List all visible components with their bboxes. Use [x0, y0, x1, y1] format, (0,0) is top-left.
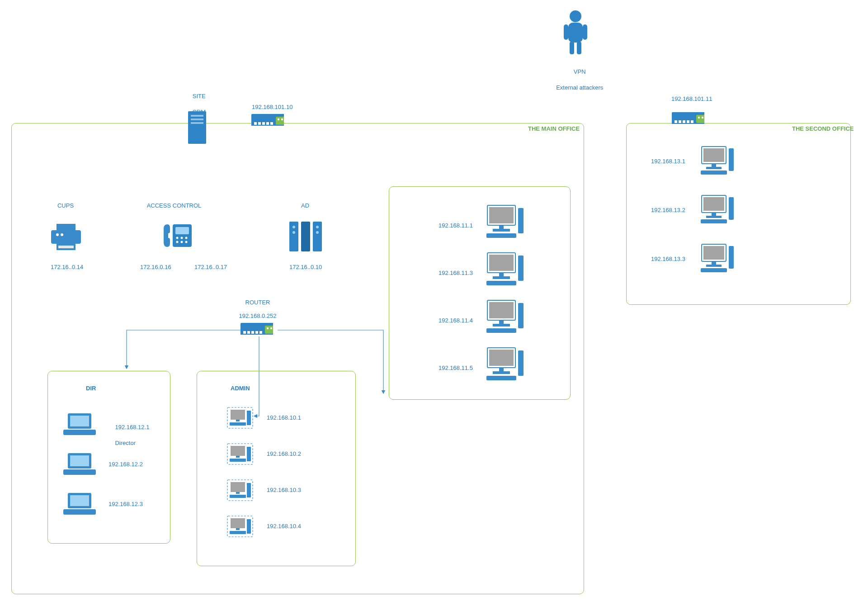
svg-rect-22: [58, 246, 74, 248]
svg-rect-57: [499, 273, 504, 276]
svg-rect-107: [691, 120, 693, 123]
ad-ip: 172.16..0.10: [289, 263, 322, 271]
svg-rect-34: [301, 222, 310, 251]
router-ip: 192.168.0.252: [235, 312, 280, 320]
cups-ip: 172.16..0.14: [51, 263, 83, 271]
ad-title: AD: [294, 202, 316, 210]
workstation-icon: [484, 251, 524, 289]
svg-rect-127: [701, 268, 727, 272]
svg-rect-54: [518, 208, 524, 233]
admin-ip-3: 192.168.10.4: [267, 522, 301, 530]
svg-rect-13: [262, 122, 265, 125]
svg-rect-113: [712, 164, 716, 167]
svg-point-37: [292, 231, 295, 234]
vpn-line2: External attackers: [556, 84, 603, 91]
dir-ip-1: 192.168.12.2: [108, 460, 143, 469]
svg-rect-18: [281, 118, 283, 120]
admin-ws-icon: [227, 443, 253, 467]
svg-rect-109: [698, 117, 700, 118]
admin-box: [197, 371, 356, 566]
svg-rect-50: [489, 207, 514, 223]
svg-rect-94: [236, 492, 240, 494]
svg-rect-98: [231, 518, 245, 528]
so-ws-ip-2: 192.168.13.3: [651, 255, 685, 263]
svg-rect-69: [499, 368, 504, 371]
svg-rect-74: [70, 416, 89, 426]
svg-rect-100: [230, 531, 246, 534]
svg-rect-62: [489, 302, 514, 318]
svg-rect-41: [243, 331, 246, 334]
svg-point-30: [176, 241, 179, 243]
svg-point-27: [176, 237, 179, 239]
svg-rect-105: [683, 120, 685, 123]
svg-point-39: [316, 231, 319, 234]
so-ws-ip-1: 192.168.13.2: [651, 206, 685, 214]
access-title: ACCESS CONTROL: [145, 202, 203, 210]
svg-rect-65: [486, 328, 516, 333]
svg-rect-7: [191, 115, 203, 117]
svg-point-24: [61, 233, 63, 236]
svg-rect-101: [247, 519, 251, 534]
laptop-icon: [63, 412, 96, 439]
svg-rect-125: [712, 261, 716, 265]
svg-rect-44: [255, 331, 258, 334]
svg-rect-66: [518, 303, 524, 328]
svg-rect-70: [493, 371, 510, 374]
svg-rect-8: [191, 118, 203, 120]
admin-ip-2: 192.168.10.3: [267, 486, 301, 494]
access-ip-right: 172.16..0.17: [194, 263, 227, 271]
svg-rect-51: [499, 225, 504, 229]
svg-rect-120: [706, 216, 722, 218]
svg-rect-9: [191, 122, 203, 124]
vpn-label: VPN External attackers: [542, 60, 610, 99]
dir-title: DIR: [86, 384, 96, 393]
svg-rect-85: [230, 422, 246, 426]
svg-rect-16: [276, 117, 284, 125]
svg-rect-15: [270, 122, 273, 125]
svg-rect-47: [267, 327, 269, 329]
dir-ip-0: 192.168.12.1 Director: [108, 415, 149, 455]
svg-rect-83: [231, 410, 245, 420]
svg-rect-84: [236, 420, 240, 421]
svg-rect-52: [493, 229, 510, 232]
svg-rect-11: [254, 122, 257, 125]
person-icon: [563, 10, 588, 57]
workstation-icon: [484, 346, 524, 384]
svg-rect-91: [247, 447, 251, 461]
svg-rect-95: [230, 495, 246, 498]
svg-rect-72: [518, 350, 524, 376]
phone-icon: [163, 222, 193, 251]
diagram-canvas: VPN External attackers THE MAIN OFFICE S…: [0, 0, 868, 606]
svg-rect-53: [486, 233, 516, 238]
svg-point-28: [181, 237, 183, 239]
workstation-icon: [484, 204, 524, 241]
svg-rect-5: [577, 42, 581, 54]
svg-rect-86: [247, 411, 251, 425]
ws-ip-0: 192.168.11.1: [439, 222, 473, 230]
svg-rect-4: [570, 42, 574, 54]
svg-rect-114: [706, 167, 722, 169]
svg-rect-78: [63, 469, 96, 475]
svg-rect-58: [493, 276, 510, 279]
switch-icon: [672, 112, 704, 126]
svg-rect-104: [679, 120, 681, 123]
svg-rect-56: [489, 255, 514, 271]
workstation-icon: [484, 298, 524, 336]
admin-ip-0: 192.168.10.1: [267, 414, 301, 422]
svg-rect-19: [57, 224, 75, 230]
svg-rect-14: [266, 122, 269, 125]
svg-rect-60: [518, 256, 524, 281]
svg-rect-119: [712, 213, 716, 216]
rack-icon: [289, 222, 322, 253]
svg-rect-103: [675, 120, 677, 123]
svg-rect-80: [70, 495, 89, 506]
laptop-icon: [63, 452, 96, 478]
svg-rect-42: [247, 331, 250, 334]
svg-rect-88: [231, 446, 245, 456]
admin-title: ADMIN: [231, 384, 250, 393]
svg-rect-1: [568, 23, 583, 43]
svg-point-23: [56, 233, 59, 236]
second-office-title: THE SECOND OFFICE: [792, 125, 854, 133]
admin-ws-icon: [227, 407, 253, 431]
svg-rect-26: [175, 227, 189, 234]
